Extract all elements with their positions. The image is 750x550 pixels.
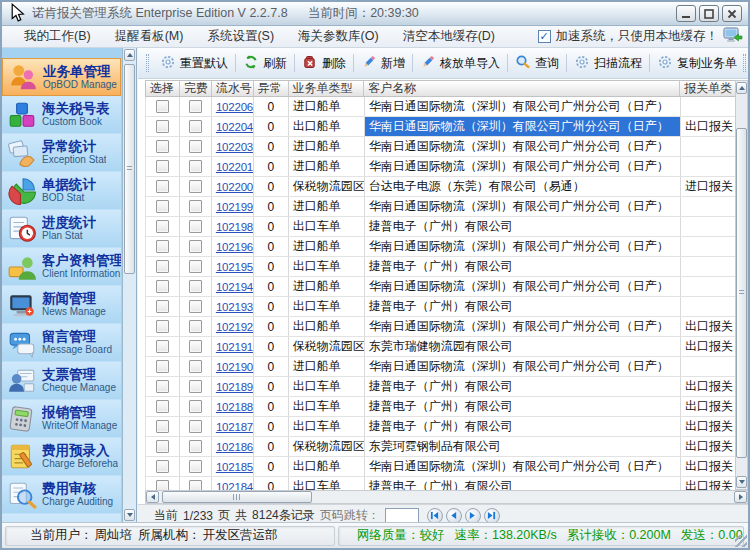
maximize-button[interactable]: [699, 5, 719, 22]
customer-cell[interactable]: 捷普电子（广州）有限公司: [365, 477, 681, 490]
menu-reminder-board[interactable]: 提醒看板(M): [103, 26, 196, 47]
row-feepaid-checkbox[interactable]: [189, 220, 202, 233]
row-feepaid-checkbox[interactable]: [189, 440, 202, 453]
serial-link[interactable]: 102187: [212, 421, 253, 433]
row-select-checkbox[interactable]: [156, 420, 169, 433]
customer-cell[interactable]: 华南日通国际物流（深圳）有限公司广州分公司（日产）: [365, 137, 681, 156]
serial-link[interactable]: 102194: [212, 281, 253, 293]
row-feepaid-checkbox[interactable]: [189, 240, 202, 253]
row-select-checkbox[interactable]: [156, 280, 169, 293]
row-feepaid-checkbox[interactable]: [189, 320, 202, 333]
scan-process-button[interactable]: 扫描流程: [568, 51, 648, 75]
table-row[interactable]: 1021920出口船单华南日通国际物流（深圳）有限公司广州分公司（日产）出口报关: [146, 317, 739, 337]
serial-link[interactable]: 102184: [212, 481, 253, 491]
customer-cell[interactable]: 华南日通国际物流（深圳）有限公司广州分公司（日产）: [365, 457, 681, 476]
sidebar-item-bod-stat[interactable]: 单据统计BOD Stat: [2, 172, 121, 210]
cache-checkbox[interactable]: ✓: [538, 30, 551, 43]
row-feepaid-checkbox[interactable]: [189, 380, 202, 393]
row-feepaid-checkbox[interactable]: [189, 280, 202, 293]
column-header-2[interactable]: 完费: [180, 81, 212, 96]
customer-cell[interactable]: 捷普电子（广州）有限公司: [365, 417, 681, 436]
row-select-checkbox[interactable]: [156, 260, 169, 273]
table-row[interactable]: 1021840出口车单捷普电子（广州）有限公司出口报关: [146, 477, 739, 490]
menu-customs-params[interactable]: 海关参数库(O): [286, 26, 391, 47]
row-select-checkbox[interactable]: [156, 140, 169, 153]
row-feepaid-checkbox[interactable]: [189, 340, 202, 353]
sidebar-item-writeoff-manage[interactable]: 报销管理WriteOff Manage: [2, 400, 121, 438]
close-button[interactable]: [722, 5, 742, 22]
row-feepaid-checkbox[interactable]: [189, 260, 202, 273]
column-header-4[interactable]: 异常: [254, 81, 289, 96]
serial-link[interactable]: 102186: [212, 441, 253, 453]
row-feepaid-checkbox[interactable]: [189, 100, 202, 113]
row-select-checkbox[interactable]: [156, 360, 169, 373]
customer-cell[interactable]: 东莞市瑞健物流园有限公司: [365, 337, 681, 356]
customer-cell[interactable]: 华南日通国际物流（深圳）有限公司广州分公司（日产）: [365, 157, 681, 176]
toolbar-end-grip[interactable]: [743, 54, 746, 72]
copy-bod-button[interactable]: 复制业务单: [651, 51, 743, 75]
serial-link[interactable]: 102185: [212, 461, 253, 473]
menu-clear-cache[interactable]: 清空本地缓存(D): [391, 26, 507, 47]
row-select-checkbox[interactable]: [156, 340, 169, 353]
customer-cell[interactable]: 捷普电子（广州）有限公司: [365, 377, 681, 396]
sidebar-item-custom-book[interactable]: 海关税号表Custom Book: [2, 96, 121, 134]
table-row[interactable]: 1021980出口车单捷普电子（广州）有限公司: [146, 217, 739, 237]
serial-link[interactable]: 102193: [212, 301, 253, 313]
customer-cell[interactable]: 华南日通国际物流（深圳）有限公司广州分公司（日产）: [365, 277, 681, 296]
row-select-checkbox[interactable]: [156, 380, 169, 393]
table-scroll-down-arrow[interactable]: [736, 476, 747, 488]
refresh-button[interactable]: 刷新: [237, 51, 293, 75]
sidebar-item-partial[interactable]: [2, 514, 121, 522]
serial-link[interactable]: 102199: [212, 201, 253, 213]
delete-button[interactable]: 删除: [296, 51, 352, 75]
serial-link[interactable]: 102204: [212, 121, 253, 133]
row-feepaid-checkbox[interactable]: [189, 140, 202, 153]
sidebar-item-plan-stat[interactable]: 进度统计Plan Stat: [2, 210, 121, 248]
table-scroll-thumb[interactable]: [736, 128, 747, 458]
serial-link[interactable]: 102189: [212, 381, 253, 393]
column-header-7[interactable]: 报关单类: [680, 81, 738, 96]
table-row[interactable]: 1021950出口车单捷普电子（广州）有限公司: [146, 257, 739, 277]
row-select-checkbox[interactable]: [156, 220, 169, 233]
sidebar-scroll-down-arrow[interactable]: [124, 509, 135, 521]
sidebar-item-charge-beforehand[interactable]: 费用预录入Charge Beforeha: [2, 438, 121, 476]
row-select-checkbox[interactable]: [156, 440, 169, 453]
serial-link[interactable]: 102198: [212, 221, 253, 233]
column-header-6[interactable]: 客户名称: [364, 81, 680, 96]
table-row[interactable]: 1021850出口船单华南日通国际物流（深圳）有限公司广州分公司（日产）出口报关: [146, 457, 739, 477]
table-scroll-right-arrow[interactable]: [734, 491, 747, 503]
customer-cell[interactable]: 捷普电子（广州）有限公司: [365, 397, 681, 416]
sidebar-item-opbod-manage[interactable]: 业务单管理OpBOD Manage: [2, 58, 121, 96]
table-row[interactable]: 1021990进口船单华南日通国际物流（深圳）有限公司广州分公司（日产）: [146, 197, 739, 217]
row-feepaid-checkbox[interactable]: [189, 480, 202, 490]
row-feepaid-checkbox[interactable]: [189, 420, 202, 433]
row-select-checkbox[interactable]: [156, 300, 169, 313]
customer-cell[interactable]: 捷普电子（广州）有限公司: [365, 257, 681, 276]
toolbar-grip[interactable]: [146, 54, 149, 72]
sidebar-item-charge-auditing[interactable]: 费用审核Charge Auditing: [2, 476, 121, 514]
menu-my-work[interactable]: 我的工作(B): [12, 26, 103, 47]
menu-system-settings[interactable]: 系统设置(S): [195, 26, 286, 47]
row-feepaid-checkbox[interactable]: [189, 120, 202, 133]
row-feepaid-checkbox[interactable]: [189, 300, 202, 313]
customer-cell[interactable]: 华南日通国际物流（深圳）有限公司广州分公司（日产）: [365, 117, 681, 136]
sidebar-scroll-thumb[interactable]: [124, 64, 135, 274]
table-row[interactable]: 1022000保税物流园区台达电子电源（东莞）有限公司（易通）进口报关: [146, 177, 739, 197]
query-button[interactable]: 查询: [509, 51, 565, 75]
minimize-button[interactable]: [676, 5, 696, 22]
row-feepaid-checkbox[interactable]: [189, 160, 202, 173]
column-header-5[interactable]: 业务单类型: [289, 81, 365, 96]
row-select-checkbox[interactable]: [156, 320, 169, 333]
serial-link[interactable]: 102192: [212, 321, 253, 333]
customer-cell[interactable]: 东莞珂霓钢制品有限公司: [365, 437, 681, 456]
row-select-checkbox[interactable]: [156, 200, 169, 213]
reset-default-button[interactable]: 重置默认: [154, 51, 234, 75]
sidebar-item-cheque-manage[interactable]: 支票管理Cheque Manage: [2, 362, 121, 400]
serial-link[interactable]: 102200: [212, 181, 253, 193]
table-row[interactable]: 1021890出口车单捷普电子（广州）有限公司出口报关: [146, 377, 739, 397]
serial-link[interactable]: 102196: [212, 241, 253, 253]
serial-link[interactable]: 102203: [212, 141, 253, 153]
table-row[interactable]: 1022060进口船单华南日通国际物流（深圳）有限公司广州分公司（日产）: [146, 97, 739, 117]
serial-link[interactable]: 102190: [212, 361, 253, 373]
customer-cell[interactable]: 华南日通国际物流（深圳）有限公司广州分公司（日产）: [365, 197, 681, 216]
